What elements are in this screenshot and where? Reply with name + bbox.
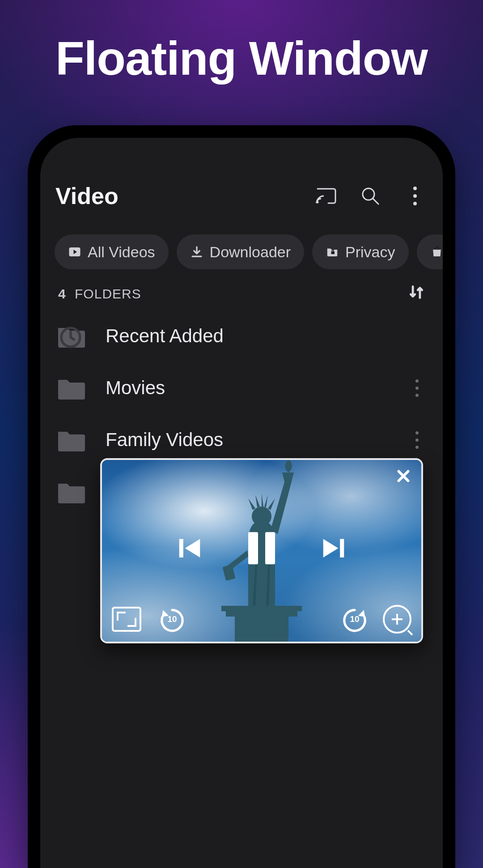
skip-previous-icon bbox=[176, 534, 203, 562]
folder-icon bbox=[56, 479, 85, 504]
folder-icon bbox=[56, 375, 85, 400]
zoom-in-button[interactable] bbox=[383, 605, 411, 634]
bag-icon bbox=[430, 245, 443, 259]
app-bar: Video bbox=[40, 138, 443, 223]
filter-chip-row[interactable]: All Videos Downloader Privacy bbox=[40, 223, 443, 279]
pause-icon bbox=[248, 532, 258, 564]
close-icon bbox=[395, 468, 411, 484]
cast-icon bbox=[315, 185, 336, 207]
forward-10-button[interactable]: 10 bbox=[341, 605, 369, 633]
svg-rect-11 bbox=[340, 539, 344, 557]
folder-row-more[interactable] bbox=[407, 375, 427, 400]
folder-name: Recent Added bbox=[106, 325, 427, 347]
recent-folder-icon bbox=[56, 323, 85, 349]
chip-label: All Videos bbox=[88, 243, 155, 261]
chip-label: Privacy bbox=[345, 243, 395, 261]
pause-button[interactable] bbox=[248, 532, 275, 564]
page-title: Floating Window bbox=[0, 31, 483, 85]
magnifier-handle-icon bbox=[407, 630, 413, 636]
folder-name: Movies bbox=[106, 377, 386, 399]
folder-name: Family Videos bbox=[106, 429, 386, 451]
previous-track-button[interactable] bbox=[176, 534, 203, 562]
svg-point-0 bbox=[317, 201, 319, 204]
chip-all-videos[interactable]: All Videos bbox=[55, 234, 169, 269]
cast-button[interactable] bbox=[313, 183, 338, 208]
download-icon bbox=[190, 245, 203, 259]
floating-close-button[interactable] bbox=[395, 468, 411, 486]
chip-overflow[interactable] bbox=[417, 234, 443, 269]
folder-row-recent[interactable]: Recent Added bbox=[40, 310, 443, 362]
more-vertical-icon bbox=[415, 379, 419, 397]
folder-count-label: FOLDERS bbox=[75, 286, 141, 301]
svg-rect-3 bbox=[331, 251, 335, 254]
more-vertical-icon bbox=[415, 431, 419, 449]
folders-subheader: 4 FOLDERS bbox=[40, 279, 443, 308]
folder-icon bbox=[56, 427, 85, 452]
more-vertical-icon bbox=[413, 187, 417, 205]
next-track-button[interactable] bbox=[320, 534, 347, 562]
expand-fullscreen-button[interactable] bbox=[112, 607, 141, 632]
clock-icon bbox=[56, 325, 85, 350]
sort-icon bbox=[408, 284, 425, 301]
svg-rect-10 bbox=[179, 539, 183, 557]
play-box-icon bbox=[68, 245, 81, 259]
floating-player-window[interactable]: 10 10 bbox=[100, 458, 423, 643]
sort-button[interactable] bbox=[408, 284, 425, 304]
folder-count: 4 bbox=[58, 286, 66, 301]
more-button[interactable] bbox=[402, 183, 428, 208]
chip-label: Downloader bbox=[210, 243, 291, 261]
lock-folder-icon bbox=[326, 245, 339, 259]
search-button[interactable] bbox=[358, 183, 383, 208]
chip-downloader[interactable]: Downloader bbox=[177, 234, 304, 269]
search-icon bbox=[360, 185, 381, 207]
folder-row-more[interactable] bbox=[407, 427, 427, 452]
replay-seconds-label: 10 bbox=[158, 605, 186, 633]
app-bar-title: Video bbox=[55, 183, 119, 209]
forward-seconds-label: 10 bbox=[341, 605, 369, 633]
replay-10-button[interactable]: 10 bbox=[158, 605, 186, 633]
folder-row-movies[interactable]: Movies bbox=[40, 362, 443, 414]
chip-privacy[interactable]: Privacy bbox=[312, 234, 408, 269]
skip-next-icon bbox=[320, 534, 347, 562]
